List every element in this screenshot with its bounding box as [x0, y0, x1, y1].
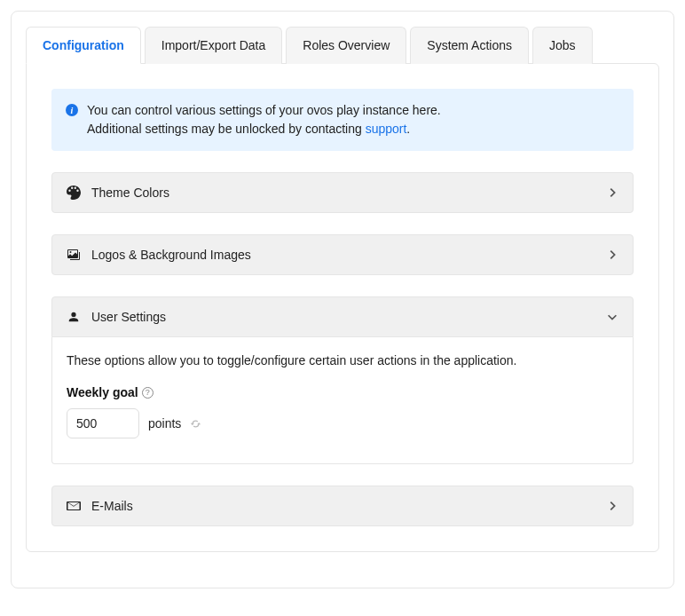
chevron-right-icon	[606, 500, 618, 512]
accordion-logos: Logos & Background Images	[51, 234, 634, 275]
info-text: You can control various settings of your…	[87, 101, 441, 138]
envelope-icon	[67, 499, 81, 513]
accordion-header-user-settings[interactable]: User Settings	[51, 296, 634, 337]
info-line1: You can control various settings of your…	[87, 103, 441, 117]
accordion-title: User Settings	[91, 310, 166, 324]
tabs-bar: Configuration Import/Export Data Roles O…	[26, 26, 659, 63]
info-line2-prefix: Additional settings may be unlocked by c…	[87, 122, 366, 136]
chevron-right-icon	[606, 249, 618, 261]
help-icon[interactable]: ?	[142, 387, 154, 399]
accordion-header-logos[interactable]: Logos & Background Images	[51, 234, 634, 275]
weekly-goal-label-text: Weekly goal	[67, 385, 138, 399]
accordion-emails: E-Mails	[51, 486, 634, 526]
weekly-goal-input[interactable]	[67, 408, 139, 438]
user-settings-description: These options allow you to toggle/config…	[67, 353, 618, 367]
support-link[interactable]: support	[366, 122, 407, 136]
chevron-down-icon	[606, 311, 618, 323]
tab-system-actions[interactable]: System Actions	[410, 27, 529, 64]
weekly-goal-unit: points	[148, 416, 181, 430]
weekly-goal-label: Weekly goal ?	[67, 385, 618, 399]
accordion-user-settings: User Settings These options allow you to…	[51, 296, 634, 464]
tab-configuration[interactable]: Configuration	[26, 27, 141, 64]
info-line2-suffix: .	[406, 122, 410, 136]
refresh-icon[interactable]	[190, 418, 201, 430]
user-icon	[67, 310, 81, 324]
info-banner: i You can control various settings of yo…	[51, 89, 634, 151]
accordion-title: Theme Colors	[91, 186, 169, 200]
palette-icon	[67, 186, 81, 200]
images-icon	[67, 248, 81, 262]
accordion-header-emails[interactable]: E-Mails	[51, 486, 634, 526]
tab-jobs[interactable]: Jobs	[532, 27, 593, 64]
accordion-theme-colors: Theme Colors	[51, 172, 634, 213]
weekly-goal-row: points	[67, 408, 618, 438]
accordion-header-theme-colors[interactable]: Theme Colors	[51, 172, 634, 213]
info-icon: i	[66, 104, 78, 116]
accordion-title: E-Mails	[91, 499, 133, 513]
configuration-panel: i You can control various settings of yo…	[26, 63, 659, 552]
chevron-right-icon	[606, 186, 618, 199]
accordion-body-user-settings: These options allow you to toggle/config…	[51, 337, 634, 464]
settings-card: Configuration Import/Export Data Roles O…	[11, 11, 674, 588]
accordion-title: Logos & Background Images	[91, 248, 251, 262]
tab-import-export[interactable]: Import/Export Data	[145, 27, 283, 64]
tab-roles-overview[interactable]: Roles Overview	[286, 27, 406, 64]
